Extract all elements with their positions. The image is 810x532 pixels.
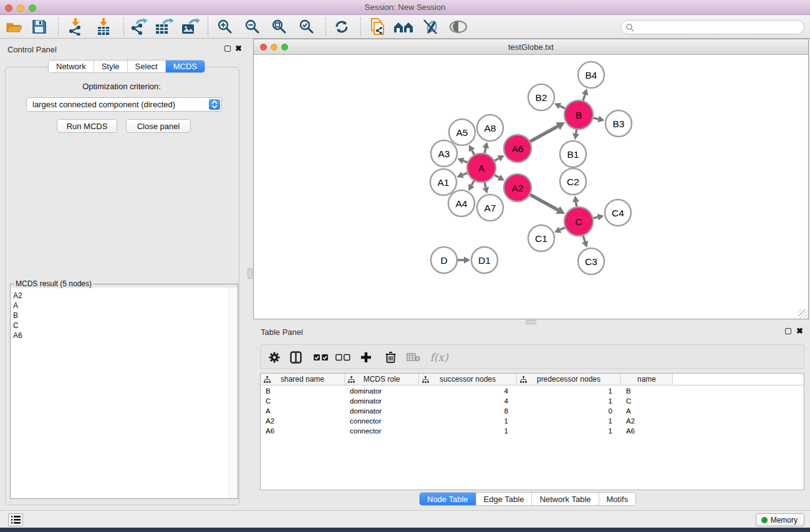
edge-B-B4[interactable] (583, 94, 585, 100)
edge-A-A3[interactable] (463, 161, 468, 163)
graph-node-label: B3 (613, 118, 625, 129)
table-cell: 0 (517, 406, 621, 416)
export-table-icon[interactable] (153, 17, 175, 37)
deselect-all-icon[interactable] (334, 348, 352, 367)
edge-arrowhead (572, 196, 579, 203)
mcds-result-item[interactable]: B (11, 311, 238, 321)
edge-A-A5[interactable] (472, 150, 475, 155)
tab-network[interactable]: Network (49, 60, 94, 72)
edge-A-A8[interactable] (485, 148, 486, 153)
list-icon (11, 516, 21, 524)
main-toolbar (0, 15, 810, 39)
edge-A2-C[interactable] (530, 195, 558, 210)
memory-status-icon (761, 517, 768, 523)
table-cell: A6 (621, 426, 673, 436)
first-neighbors-icon[interactable] (393, 17, 414, 37)
show-hide-panel-icon[interactable] (448, 17, 469, 37)
column-type-icon (520, 376, 527, 383)
edge-A-A2[interactable] (494, 175, 499, 178)
tab-select[interactable]: Select (128, 60, 166, 72)
tab-motifs[interactable]: Motifs (599, 493, 636, 505)
optimization-criterion-select[interactable]: largest connected component (directed) (26, 97, 222, 112)
edge-A-A4[interactable] (471, 181, 474, 185)
memory-button[interactable]: Memory (756, 513, 804, 526)
graph-node-label: A2 (512, 183, 524, 193)
select-all-icon[interactable] (312, 348, 330, 367)
table-float-icon[interactable] (785, 328, 791, 334)
import-table-icon[interactable] (93, 17, 114, 37)
close-panel-button[interactable]: Close panel (126, 119, 191, 133)
close-panel-icon[interactable]: ✖ (235, 44, 242, 53)
import-network-icon[interactable] (65, 17, 86, 37)
window-resize-grip[interactable] (799, 309, 808, 318)
edge-A6-B[interactable] (530, 126, 558, 142)
mcds-result-item[interactable]: A2 (11, 291, 238, 301)
delete-column-icon[interactable] (383, 348, 398, 367)
panel-split-handle[interactable] (248, 268, 253, 279)
table-close-icon[interactable]: ✖ (796, 326, 803, 336)
edge-C-C4[interactable] (593, 217, 597, 218)
tab-style[interactable]: Style (94, 60, 128, 72)
function-builder-icon[interactable]: f(x) (428, 348, 450, 367)
table-row[interactable]: Cdominator41C (261, 396, 804, 406)
table-cell: 1 (517, 396, 621, 406)
edge-B-B1[interactable] (576, 130, 577, 134)
graph-node-label: A (478, 163, 485, 173)
search-field[interactable] (620, 20, 804, 34)
window-title: Session: New Session (0, 2, 810, 12)
table-row[interactable]: A2connector11A2 (261, 416, 804, 426)
mcds-result-list[interactable]: A2ABCA6 (11, 288, 238, 498)
log-console-button[interactable] (8, 513, 23, 526)
edge-C-C3[interactable] (583, 236, 585, 242)
export-image-icon[interactable] (180, 17, 201, 37)
zoom-out-icon[interactable] (242, 17, 263, 37)
column-header-predecessor-nodes[interactable]: predecessor nodes (517, 374, 621, 385)
mcds-result-item[interactable]: A (11, 301, 238, 311)
graph-node-label: A1 (438, 177, 450, 188)
column-type-icon (264, 376, 271, 383)
refresh-view-icon[interactable] (331, 17, 352, 37)
edge-B-B3[interactable] (593, 118, 598, 119)
mcds-result-item[interactable]: A6 (11, 331, 238, 341)
open-session-icon[interactable] (4, 17, 25, 37)
edge-A-A7[interactable] (485, 182, 486, 187)
mcds-result-item[interactable]: C (11, 321, 238, 331)
table-row[interactable]: Bdominator41B (261, 386, 804, 396)
table-options-icon[interactable] (267, 348, 282, 367)
column-header-shared-name[interactable]: shared name (261, 374, 345, 385)
network-canvas[interactable]: B4B2BB3A8A5A6A3B1AC2A1A2A4A7C4CC1C3DD1 (254, 55, 808, 319)
zoom-in-icon[interactable] (215, 17, 236, 37)
column-header-MCDS-role[interactable]: MCDS role (345, 374, 419, 385)
table-row[interactable]: A6connector11A6 (261, 426, 804, 436)
export-network-icon[interactable] (128, 17, 150, 37)
add-column-icon[interactable] (358, 348, 374, 367)
duplicate-network-icon[interactable] (367, 17, 388, 37)
run-mcds-button[interactable]: Run MCDS (57, 119, 117, 133)
toggle-annotations-icon[interactable] (420, 17, 441, 37)
graph-node-label: B1 (567, 149, 579, 160)
tab-node-table[interactable]: Node Table (420, 493, 476, 505)
tab-network-table[interactable]: Network Table (532, 493, 599, 505)
mcds-result-group: MCDS result (5 nodes) A2ABCA6 (10, 284, 238, 499)
delete-table-icon[interactable] (405, 348, 422, 367)
table-row[interactable]: Adominator80A (261, 406, 804, 416)
edge-C-C1[interactable] (560, 228, 565, 230)
show-column-icon[interactable] (288, 348, 303, 367)
table-cell: A2 (621, 416, 673, 426)
tab-mcds[interactable]: MCDS (166, 60, 205, 72)
float-panel-icon[interactable] (224, 46, 231, 52)
zoom-selected-icon[interactable] (296, 17, 317, 37)
column-header-successor-nodes[interactable]: successor nodes (419, 374, 517, 385)
edge-C-C2[interactable] (576, 202, 577, 207)
edge-A-A6[interactable] (494, 158, 499, 161)
edge-B-B2[interactable] (560, 106, 565, 109)
edge-A-A1[interactable] (463, 173, 468, 175)
zoom-fit-icon[interactable] (269, 17, 290, 37)
graph-node-label: C1 (535, 233, 547, 244)
graph-node-label: B2 (536, 92, 547, 103)
column-header-name[interactable]: name (621, 374, 673, 385)
save-session-icon[interactable] (29, 17, 50, 37)
search-input[interactable] (634, 23, 793, 32)
tab-edge-table[interactable]: Edge Table (476, 493, 533, 505)
list-scrollbar[interactable] (229, 288, 238, 498)
